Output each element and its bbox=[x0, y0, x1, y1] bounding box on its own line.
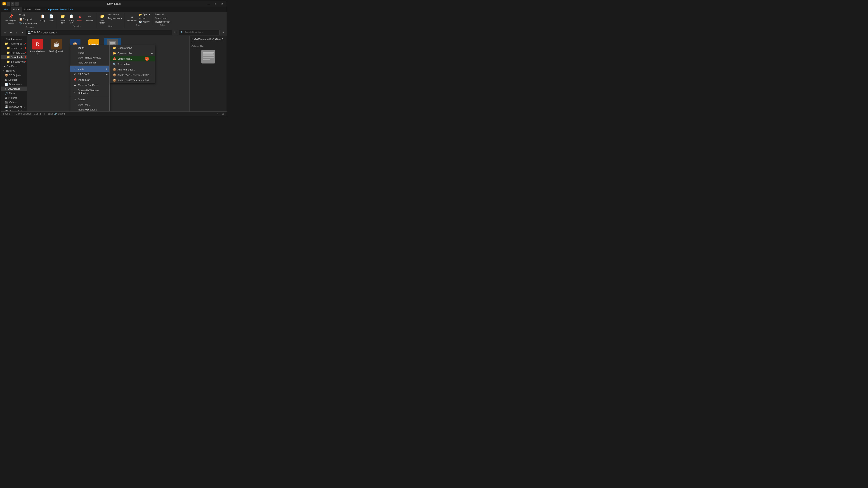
edit-button[interactable]: ✏ Edit bbox=[138, 17, 151, 20]
ctx-open-with[interactable]: Open with... bbox=[70, 102, 110, 107]
sidebar-item-3d-objects[interactable]: 📦 3D Objects bbox=[1, 73, 27, 77]
7z-extract-files[interactable]: 📤 Extract files... 3 bbox=[110, 56, 155, 61]
ctx-share[interactable]: ↗ Share bbox=[70, 97, 110, 102]
sidebar-item-this-pc[interactable]: ▼ This PC bbox=[1, 68, 27, 73]
pin-to-quick-access-button[interactable]: 📌 Pin to Quickaccess bbox=[4, 13, 18, 25]
new-buttons: 📁 Newfolder New item ▾ Easy access ▾ bbox=[98, 13, 123, 25]
select-none-button[interactable]: Select none bbox=[154, 17, 171, 20]
address-bar[interactable]: 💻 This PC › Downloads ▾ bbox=[26, 30, 172, 35]
copy-path-button[interactable]: 📋 Copy path bbox=[18, 17, 38, 21]
7z-add-to-zip[interactable]: 📦 Add to "f1a2677e-ecce-49bf-926e-c5fdfc… bbox=[110, 78, 155, 83]
new-folder-button[interactable]: 📁 Newfolder bbox=[98, 13, 106, 25]
sidebar-item-pictures[interactable]: 🖼 Pictures bbox=[1, 96, 27, 100]
new-item-button[interactable]: New item ▾ bbox=[107, 13, 123, 16]
ctx-pin-start[interactable]: 📌 Pin to Start bbox=[70, 77, 110, 83]
history-button[interactable]: 🕐 History bbox=[138, 20, 151, 24]
up-button[interactable]: ↑ bbox=[14, 30, 19, 35]
tab-share[interactable]: Share bbox=[22, 7, 33, 12]
ctx-scan-defender[interactable]: 🛡 Scan with Windows Defender... bbox=[70, 88, 110, 96]
sidebar-item-documents[interactable]: 📄 Documents bbox=[1, 82, 27, 87]
7z-add-to-archive[interactable]: 📦 Add to archive... bbox=[110, 67, 155, 72]
size-info: 313 KB bbox=[34, 112, 41, 115]
sidebar-item-downloads[interactable]: ⬇ Downloads bbox=[1, 87, 27, 91]
forward-button[interactable]: ▶ bbox=[8, 30, 13, 35]
sidebar-label-music: Music bbox=[9, 92, 26, 95]
ctx-open[interactable]: Open bbox=[70, 45, 110, 50]
address-downloads[interactable]: Downloads bbox=[43, 31, 55, 34]
file-item-asus[interactable]: R Asus Maximus X bbox=[29, 38, 46, 57]
paste-button[interactable]: 📄 Paste bbox=[47, 13, 55, 22]
sidebar-item-videos[interactable]: 🎬 Videos bbox=[1, 100, 27, 105]
cut-button[interactable]: ✂ Cut bbox=[18, 13, 38, 17]
back-button[interactable]: ◀ bbox=[2, 30, 7, 35]
sidebar-item-screenshots[interactable]: 📁 Screenshots 📌 bbox=[1, 59, 27, 64]
ctx-install[interactable]: Install bbox=[70, 50, 110, 55]
status-bar: 5 items | 1 item selected 313 KB | State… bbox=[1, 111, 227, 116]
address-dropdown[interactable]: ▾ bbox=[56, 31, 57, 34]
file-item-geek[interactable]: ☕ Geek @ Work bbox=[48, 38, 65, 54]
sidebar-item-downloads-qa[interactable]: 📁 Downloads 📌 bbox=[1, 55, 27, 59]
close-button[interactable]: ✕ bbox=[219, 2, 225, 6]
sidebar-item-portable[interactable]: 📁 Portable apps... 📌 bbox=[1, 51, 27, 55]
minimize-button[interactable]: — bbox=[206, 2, 212, 6]
7z-open-icon-1: 📂 bbox=[113, 46, 116, 50]
copy-button[interactable]: 📋 Copy bbox=[39, 13, 47, 22]
tab-home[interactable]: Home bbox=[11, 7, 22, 12]
address-this-pc[interactable]: 💻 This PC bbox=[28, 31, 40, 34]
copy-icon: 📋 bbox=[40, 13, 45, 19]
copy-to-button[interactable]: 📋 Copyto ▾ bbox=[67, 13, 75, 25]
refresh-button[interactable]: ↻ bbox=[173, 30, 178, 35]
move-to-button[interactable]: 📁 Moveto ▾ bbox=[59, 13, 67, 25]
pin-icon: 📌 bbox=[8, 13, 13, 19]
rename-button[interactable]: ✏ Rename bbox=[85, 13, 94, 22]
ctx-move-onedrive[interactable]: ☁ Move to OneDrive bbox=[70, 83, 110, 88]
svg-rect-17 bbox=[203, 59, 210, 60]
properties-button[interactable]: ℹ Properties bbox=[126, 13, 138, 22]
tab-compressed-folder-tools[interactable]: Compressed Folder Tools bbox=[43, 7, 75, 12]
sidebar-item-desktop[interactable]: 🖥 Desktop bbox=[1, 77, 27, 82]
search-options-button[interactable]: ⚙ bbox=[220, 30, 225, 35]
sidebar-item-theming[interactable]: 📁 Theming Stuf... 📌 bbox=[1, 41, 27, 46]
ctx-7zip[interactable]: 7 7-Zip ▶ bbox=[70, 66, 110, 72]
ctx-take-ownership[interactable]: Take Ownership bbox=[70, 60, 110, 65]
grid-view-button[interactable]: ⊞ bbox=[221, 112, 225, 116]
ctx-restore-versions[interactable]: Restore previous versions bbox=[70, 107, 110, 111]
sidebar-item-quick-access[interactable]: ▼ Quick access bbox=[1, 37, 27, 41]
move-to-icon: 📁 bbox=[60, 13, 66, 19]
invert-selection-button[interactable]: Invert selection bbox=[154, 20, 171, 24]
qa-btn-1[interactable]: ↩ bbox=[6, 2, 10, 6]
select-buttons: Select all Select none Invert selection bbox=[154, 13, 171, 24]
sidebar-item-icon-in-use[interactable]: 📁 Icon in use 📌 bbox=[1, 46, 27, 51]
ctx-install-label: Install bbox=[78, 51, 85, 54]
7z-open-label-2: Open archive bbox=[118, 52, 132, 55]
sidebar-item-onedrive[interactable]: ☁ OneDrive bbox=[1, 64, 27, 68]
ctx-open-new-window[interactable]: Open in new window bbox=[70, 55, 110, 60]
list-view-button[interactable]: ≡ bbox=[216, 112, 220, 116]
ctx-crc-sha[interactable]: # CRC SHA ▶ bbox=[70, 72, 110, 77]
sidebar-label-screenshots: Screenshots bbox=[11, 60, 26, 63]
quick-access-toolbar: ↩ ✏ ▾ bbox=[6, 2, 19, 6]
ctx-defender-label: Scan with Windows Defender... bbox=[78, 89, 107, 94]
maximize-button[interactable]: □ bbox=[212, 2, 219, 6]
search-bar[interactable]: 🔍 Search Downloads bbox=[179, 30, 219, 35]
select-all-button[interactable]: Select all bbox=[154, 13, 171, 16]
tab-file[interactable]: File bbox=[2, 7, 11, 12]
paste-shortcut-button[interactable]: 📎 Paste shortcut bbox=[18, 22, 38, 26]
search-icon: 🔍 bbox=[180, 31, 184, 34]
svg-rect-16 bbox=[203, 57, 214, 58]
7z-open-archive-1[interactable]: 📂 Open archive bbox=[110, 45, 155, 51]
delete-button[interactable]: 🗑 Delete bbox=[76, 13, 84, 22]
7z-test-archive[interactable]: 🔍 Test archive bbox=[110, 61, 155, 67]
open-button[interactable]: 📂 Open ▾ bbox=[138, 13, 151, 16]
sidebar-item-windows-m2[interactable]: 💾 Windows M.2 (C bbox=[1, 105, 27, 109]
recent-button[interactable]: ▾ bbox=[20, 30, 25, 35]
search-placeholder: Search Downloads bbox=[184, 31, 204, 34]
easy-access-button[interactable]: Easy access ▾ bbox=[107, 17, 123, 20]
qa-btn-3[interactable]: ▾ bbox=[15, 2, 19, 6]
sidebar-item-music[interactable]: 🎵 Music bbox=[1, 91, 27, 96]
qa-btn-2[interactable]: ✏ bbox=[11, 2, 14, 6]
7z-open-archive-2[interactable]: 📂 Open archive ▶ bbox=[110, 51, 155, 56]
7z-add-to-7z[interactable]: 📦 Add to "f1a2677e-ecce-49bf-926e-c5fdfc… bbox=[110, 72, 155, 78]
sidebar-item-virtual-machines[interactable]: 💾 Virtual Machines bbox=[1, 109, 27, 111]
tab-view[interactable]: View bbox=[33, 7, 43, 12]
